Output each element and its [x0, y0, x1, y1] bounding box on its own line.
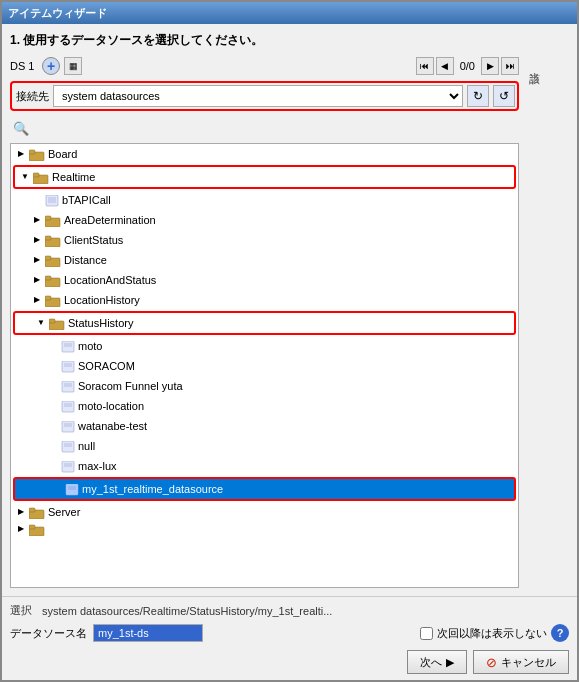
connection-row: 接続先 system datasources ↻ ↺ [10, 81, 519, 111]
connection-select[interactable]: system datasources [53, 85, 463, 107]
refresh-button-1[interactable]: ↻ [467, 85, 489, 107]
tree-label-clientstatus: ClientStatus [64, 231, 123, 249]
help-button[interactable]: ? [551, 624, 569, 642]
nav-next-icon: ▶ [487, 61, 494, 71]
tree-item-moto-location[interactable]: ▶ moto-location [11, 396, 518, 416]
svg-rect-32 [62, 421, 74, 432]
file-icon-watanabe-test [61, 420, 75, 432]
tree-label-max-lux: max-lux [78, 457, 117, 475]
tree-item-watanabe-test[interactable]: ▶ watanabe-test [11, 416, 518, 436]
arrow-server: ▶ [15, 506, 27, 518]
wizard-window: アイテムウィザード 1. 使用するデータソースを選択してください。 DS 1 +… [0, 0, 579, 682]
nav-prev-button[interactable]: ◀ [436, 57, 454, 75]
tree-item-null[interactable]: ▶ null [11, 436, 518, 456]
tree-item-max-lux[interactable]: ▶ max-lux [11, 456, 518, 476]
grid-view-button[interactable]: ▦ [64, 57, 82, 75]
tree-item-my1st-wrapper: ▶ my_1st_realtime_datasource [13, 477, 516, 501]
tree-item-locationhistory[interactable]: ▶ LocationHistory [11, 290, 518, 310]
datasource-name-row: データソース名 次回以降は表示しない ? [10, 624, 569, 642]
svg-rect-9 [45, 216, 51, 220]
main-panel: 1. 使用するデータソースを選択してください。 DS 1 + ▦ ⏮ ◀ [2, 24, 527, 596]
datasource-name-label: データソース名 [10, 626, 87, 641]
tree-label-btapicall: bTAPICall [62, 191, 111, 209]
svg-rect-19 [49, 319, 55, 323]
tree-item-realtime[interactable]: ▼ Realtime [15, 167, 514, 187]
tree-item-server[interactable]: ▶ Server [11, 502, 518, 522]
folder-icon-realtime [33, 171, 49, 183]
arrow-clientstatus: ▶ [31, 234, 43, 246]
ds-toolbar: DS 1 + ▦ ⏮ ◀ 0/0 [10, 57, 519, 75]
tree-item-my1st-realtime[interactable]: ▶ my_1st_realtime_datasource [15, 479, 514, 499]
ds-tab-label: DS 1 [10, 60, 38, 72]
nav-first-button[interactable]: ⏮ [416, 57, 434, 75]
nav-first-icon: ⏮ [420, 61, 429, 71]
svg-rect-45 [29, 508, 35, 512]
tree-label-watanabe-test: watanabe-test [78, 417, 147, 435]
step-label: 1. 使用するデータソースを選択してください。 [10, 32, 519, 49]
nav-last-button[interactable]: ⏭ [501, 57, 519, 75]
refresh-button-2[interactable]: ↺ [493, 85, 515, 107]
title-bar: アイテムウィザード [2, 2, 577, 24]
tree-item-statistics[interactable]: ▶ [11, 522, 518, 536]
svg-rect-11 [45, 236, 51, 240]
nav-next-button[interactable]: ▶ [481, 57, 499, 75]
next-button[interactable]: 次へ ▶ [407, 650, 467, 674]
checkbox-label: 次回以降は表示しない [437, 626, 547, 641]
folder-icon-locationhistory [45, 294, 61, 306]
next-icon: ▶ [446, 656, 454, 669]
arrow-distance: ▶ [31, 254, 43, 266]
tree-label-areadetermination: AreaDetermination [64, 211, 156, 229]
svg-rect-4 [46, 195, 58, 206]
folder-icon-board [29, 148, 45, 160]
arrow-statushistory: ▼ [35, 317, 47, 329]
tree-item-soracom[interactable]: ▶ SORACOM [11, 356, 518, 376]
svg-rect-15 [45, 276, 51, 280]
file-icon-moto-location [61, 400, 75, 412]
tree-label-moto-location: moto-location [78, 397, 144, 415]
add-ds-button[interactable]: + [42, 57, 60, 75]
svg-rect-23 [62, 361, 74, 372]
file-icon-soracom [61, 360, 75, 372]
tree-item-btapicall[interactable]: ▶ bTAPICall [11, 190, 518, 210]
folder-icon-locationandstatus [45, 274, 61, 286]
arrow-areadetermination: ▶ [31, 214, 43, 226]
cancel-button[interactable]: ⊘ キャンセル [473, 650, 569, 674]
arrow-board: ▶ [15, 148, 27, 160]
arrow-locationandstatus: ▶ [31, 274, 43, 286]
tree-label-soracomfunnelyuta: Soracom Funnel yuta [78, 377, 183, 395]
cancel-icon: ⊘ [486, 655, 497, 670]
file-icon-max-lux [61, 460, 75, 472]
file-icon-null [61, 440, 75, 452]
tree-container[interactable]: ▶ Board ▼ Realtime [10, 143, 519, 588]
datasource-name-input[interactable] [93, 624, 203, 642]
bottom-section: 選択 system datasources/Realtime/StatusHis… [2, 596, 577, 680]
tree-item-distance[interactable]: ▶ Distance [11, 250, 518, 270]
tree-item-clientstatus[interactable]: ▶ ClientStatus [11, 230, 518, 250]
folder-icon-statushistory [49, 317, 65, 329]
tree-label-moto: moto [78, 337, 102, 355]
file-icon-my1st [65, 483, 79, 495]
nav-last-icon: ⏭ [506, 61, 515, 71]
selection-value: system datasources/Realtime/StatusHistor… [42, 605, 569, 617]
svg-rect-13 [45, 256, 51, 260]
arrow-locationhistory: ▶ [31, 294, 43, 306]
tree-item-areadetermination[interactable]: ▶ AreaDetermination [11, 210, 518, 230]
nav-count-current: 0/0 [456, 60, 479, 72]
tree-item-statushistory[interactable]: ▼ StatusHistory [15, 313, 514, 333]
svg-rect-29 [62, 401, 74, 412]
folder-icon-statistics [29, 523, 45, 535]
action-row: 次へ ▶ ⊘ キャンセル [10, 650, 569, 674]
hide-checkbox[interactable] [420, 627, 433, 640]
nav-bar: ⏮ ◀ 0/0 ▶ ⏭ [416, 57, 519, 75]
svg-rect-17 [45, 296, 51, 300]
tree-label-distance: Distance [64, 251, 107, 269]
right-panel: 該当 [527, 24, 577, 596]
tree-item-moto[interactable]: ▶ moto [11, 336, 518, 356]
svg-rect-20 [62, 341, 74, 352]
tree-label-my1st: my_1st_realtime_datasource [82, 480, 223, 498]
folder-icon-distance [45, 254, 61, 266]
arrow-statistics: ▶ [15, 523, 27, 535]
tree-item-locationandstatus[interactable]: ▶ LocationAndStatus [11, 270, 518, 290]
tree-item-board[interactable]: ▶ Board [11, 144, 518, 164]
tree-item-soracomfunnelyuta[interactable]: ▶ Soracom Funnel yuta [11, 376, 518, 396]
